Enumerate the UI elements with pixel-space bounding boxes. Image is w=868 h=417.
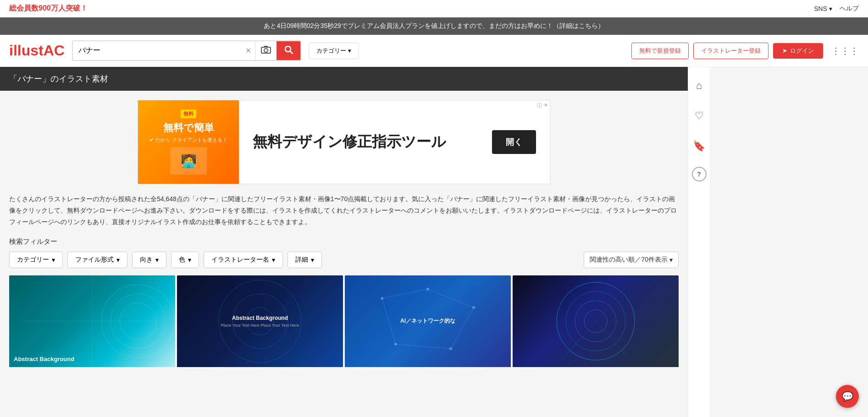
member-count-prefix: 総会員数 bbox=[9, 4, 39, 12]
filter-category-label: カテゴリー bbox=[17, 256, 49, 264]
ad-person-icon: 🧑‍💻 bbox=[170, 147, 207, 175]
thumb-sublabel: Place Your Text Here Place Your Text Her… bbox=[221, 323, 299, 328]
chevron-down-icon: ▾ bbox=[829, 5, 832, 12]
thumbnail-item[interactable] bbox=[513, 275, 679, 400]
thumb-teal: Abstract Background bbox=[9, 275, 175, 367]
thumbnail-item[interactable]: Abstract Background bbox=[9, 275, 175, 400]
ad-right-panel: 無料デザイン修正指示ツール 開く bbox=[239, 121, 550, 163]
bookmark-icon[interactable]: 🔖 bbox=[689, 137, 709, 156]
filter-fileformat-button[interactable]: ファイル形式 ▾ bbox=[67, 252, 127, 268]
filter-detail-label: 詳細 bbox=[295, 256, 308, 264]
ad-open-label: 開く bbox=[506, 137, 522, 147]
login-button[interactable]: ➤ ログイン bbox=[773, 43, 823, 59]
announcement-bar: あと4日09時間02分35秒29でプレミアム会員法人プランを値上げしますので、ま… bbox=[0, 17, 868, 35]
search-button[interactable] bbox=[276, 41, 300, 60]
member-count: 総会員数900万人突破！ bbox=[9, 4, 88, 13]
camera-icon bbox=[261, 45, 271, 54]
thumb-label: Abstract Background bbox=[14, 356, 171, 362]
ad-left-panel: 無料 無料で簡単 ✔ だから クライアントも使える！ 🧑‍💻 bbox=[138, 100, 239, 184]
top-bar-right: SNS ▾ ヘルプ bbox=[814, 5, 859, 13]
filter-detail-button[interactable]: 詳細 ▾ bbox=[287, 252, 322, 268]
filter-color-label: 色 bbox=[179, 256, 185, 264]
thumbnail-item[interactable]: Abstract Background Place Your Text Here… bbox=[177, 275, 343, 400]
svg-line-19 bbox=[428, 289, 474, 307]
clear-search-button[interactable]: ✕ bbox=[242, 43, 255, 59]
thumb-label: AI／ネットワーク的な bbox=[397, 313, 459, 329]
sort-select[interactable]: 関連性の高い順／70件表示 ▾ bbox=[584, 252, 679, 268]
chevron-down-icon: ▾ bbox=[348, 47, 351, 54]
heart-icon[interactable]: ♡ bbox=[691, 106, 708, 126]
ad-left-sub: ✔ だから クライアントも使える！ bbox=[147, 137, 230, 143]
header: illustAC ✕ カテゴリー ▾ 無料で新規登録 イラストレーター登録 bbox=[0, 35, 868, 67]
thumb-network-svg bbox=[177, 275, 343, 367]
search-bar: ✕ bbox=[72, 40, 301, 61]
register-label: 無料で新規登録 bbox=[639, 47, 681, 54]
logo-illust: illust bbox=[9, 42, 44, 59]
home-icon[interactable]: ⌂ bbox=[692, 76, 706, 95]
thumbnail-item[interactable]: AI／ネットワーク的な bbox=[345, 275, 511, 400]
right-sidebar: ⌂ ♡ 🔖 ? bbox=[688, 67, 710, 417]
logo[interactable]: illustAC bbox=[9, 42, 65, 59]
help-button[interactable]: ヘルプ bbox=[840, 5, 859, 13]
ad-close-icon[interactable]: ✕ bbox=[544, 102, 548, 109]
description: たくさんのイラストレーターの方から投稿された全54,648点の「バナー」に関連し… bbox=[9, 193, 679, 228]
announcement-text: あと4日09時間02分35秒29でプレミアム会員法人プランを値上げしますので、ま… bbox=[264, 22, 604, 29]
help-circle-icon[interactable]: ? bbox=[692, 167, 707, 181]
sns-button[interactable]: SNS ▾ bbox=[814, 5, 832, 12]
illustrator-register-button[interactable]: イラストレーター登録 bbox=[693, 43, 768, 59]
chevron-down-icon: ▾ bbox=[311, 256, 314, 263]
ad-banner: 無料 無料で簡単 ✔ だから クライアントも使える！ 🧑‍💻 無料デザイン修正指… bbox=[138, 100, 550, 184]
register-button[interactable]: 無料で新規登録 bbox=[631, 43, 689, 59]
filter-illustrator-button[interactable]: イラストレーター名 ▾ bbox=[204, 252, 283, 268]
search-input[interactable] bbox=[73, 43, 242, 59]
ad-corner: ⓘ ✕ bbox=[537, 102, 548, 109]
chevron-down-icon: ▾ bbox=[188, 256, 191, 263]
chevron-down-icon: ▾ bbox=[52, 256, 55, 263]
filter-orientation-label: 向き bbox=[140, 256, 153, 264]
page-title: 「バナー」のイラスト素材 bbox=[9, 74, 108, 83]
thumb-dark-circle bbox=[513, 275, 679, 367]
ad-left-title: 無料で簡単 bbox=[147, 121, 230, 135]
filter-category-button[interactable]: カテゴリー ▾ bbox=[9, 252, 63, 268]
chevron-down-icon: ▾ bbox=[272, 256, 275, 263]
sort-label: 関連性の高い順／70件表示 bbox=[590, 256, 668, 264]
svg-point-1 bbox=[264, 49, 268, 52]
help-label: ヘルプ bbox=[840, 5, 859, 12]
svg-point-12 bbox=[246, 307, 274, 335]
grid-apps-icon[interactable]: ⋮⋮⋮ bbox=[831, 45, 859, 56]
filter-illustrator-label: イラストレーター名 bbox=[211, 256, 269, 264]
sns-label: SNS bbox=[814, 5, 827, 12]
thumb-label: Abstract Background bbox=[232, 315, 288, 321]
thumb-circuit-svg bbox=[9, 275, 175, 367]
svg-line-4 bbox=[290, 51, 293, 54]
thumb-dark-blue: Abstract Background Place Your Text Here… bbox=[177, 275, 343, 367]
chevron-down-icon: ▾ bbox=[116, 256, 120, 263]
description-text: たくさんのイラストレーターの方から投稿された全54,648点の「バナー」に関連し… bbox=[9, 195, 677, 225]
svg-line-22 bbox=[396, 344, 451, 349]
ad-main-text: 無料デザイン修正指示ツール bbox=[253, 132, 446, 152]
main-content: 「バナー」のイラスト素材 無料 無料で簡単 ✔ だから クライアントも使える！ … bbox=[0, 67, 688, 417]
ad-open-button[interactable]: 開く bbox=[492, 130, 536, 154]
login-icon: ➤ bbox=[782, 47, 787, 54]
chat-button[interactable]: 💬 bbox=[836, 385, 859, 408]
chevron-down-icon: ▾ bbox=[155, 256, 159, 263]
category-label: カテゴリー bbox=[316, 47, 346, 55]
nav-buttons: 無料で新規登録 イラストレーター登録 ➤ ログイン ⋮⋮⋮ bbox=[631, 43, 859, 59]
chevron-down-icon: ▾ bbox=[669, 256, 673, 263]
ad-tag: 無料 bbox=[181, 110, 196, 118]
ad-container: 無料 無料で簡単 ✔ だから クライアントも使える！ 🧑‍💻 無料デザイン修正指… bbox=[9, 100, 679, 184]
login-label: ログイン bbox=[790, 47, 814, 55]
page-title-bar: 「バナー」のイラスト素材 bbox=[0, 67, 688, 91]
member-count-highlight: 900万人 bbox=[39, 4, 66, 12]
filter-color-button[interactable]: 色 ▾ bbox=[171, 252, 199, 268]
camera-search-button[interactable] bbox=[255, 42, 276, 60]
filter-orientation-button[interactable]: 向き ▾ bbox=[132, 252, 166, 268]
logo-ac: AC bbox=[44, 42, 65, 59]
category-dropdown-button[interactable]: カテゴリー ▾ bbox=[309, 43, 359, 59]
svg-line-20 bbox=[382, 298, 396, 344]
filter-bar: カテゴリー ▾ ファイル形式 ▾ 向き ▾ 色 ▾ イラストレーター名 ▾ 詳細… bbox=[9, 252, 679, 268]
ad-info-icon[interactable]: ⓘ bbox=[537, 102, 542, 109]
search-icon bbox=[284, 45, 293, 54]
thumbnail-grid: Abstract Background Abstract Background … bbox=[9, 275, 679, 400]
chat-icon: 💬 bbox=[842, 391, 853, 402]
